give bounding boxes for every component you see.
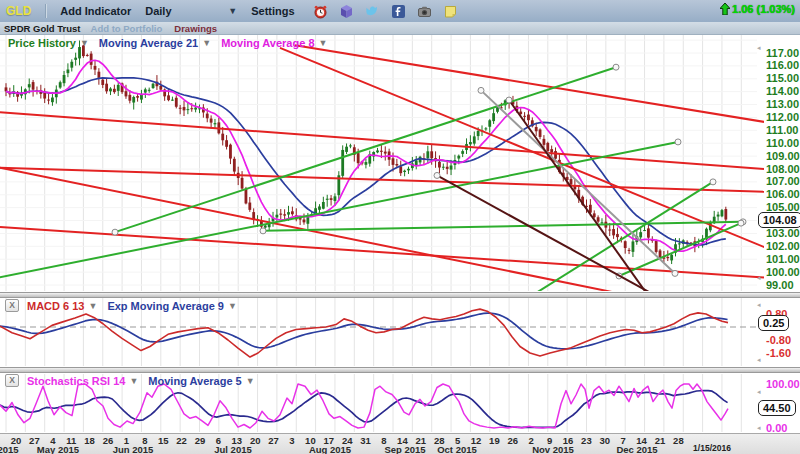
trendline-handle[interactable] — [675, 139, 681, 145]
toolbar: GLD Add Indicator Daily ▼ Settings — [0, 0, 800, 23]
trendline-handle[interactable] — [738, 220, 744, 226]
axis-tick: 99.00 — [766, 280, 794, 291]
axis-tick: 107.00 — [766, 176, 800, 187]
trendline-handle[interactable] — [672, 270, 678, 276]
drawings-button[interactable]: Drawings — [174, 23, 217, 34]
twitter-icon[interactable] — [365, 3, 381, 19]
axis-tick: 108.00 — [766, 164, 800, 175]
day-tick-label: 29 — [195, 435, 206, 446]
day-tick-label: 31 — [360, 435, 371, 446]
trendline-handle[interactable] — [613, 64, 619, 70]
facebook-icon[interactable] — [391, 3, 407, 19]
day-tick-label: 15 — [158, 435, 169, 446]
month-label: Aug 2015 — [309, 444, 351, 454]
symbol-subbar: SPDR Gold Trust Add to Portfolio Drawing… — [0, 22, 800, 35]
moving-average-5-dropdown[interactable]: Moving Average 5 ▼ — [148, 375, 254, 387]
cube-icon[interactable] — [339, 3, 355, 19]
alarm-clock-icon[interactable] — [313, 3, 329, 19]
axis-tick: -1.60 — [766, 348, 791, 359]
axis-scroll-arrow[interactable]: ◂ — [757, 388, 761, 395]
macd-value-badge: 0.25 — [758, 315, 789, 331]
ma5-label: Moving Average 5 — [148, 375, 241, 387]
ma8-label: Moving Average 8 — [221, 37, 314, 49]
moving-average-8-dropdown[interactable]: Moving Average 8 ▼ — [221, 37, 327, 49]
month-label: May 2015 — [37, 444, 79, 454]
axis-scroll-arrow[interactable]: ◂ — [757, 356, 761, 363]
month-label: Oct 2015 — [437, 444, 477, 454]
price-history-dropdown[interactable]: Price History ▼ — [8, 37, 89, 49]
stoch-rsi-label: Stochastics RSI 14 — [27, 375, 125, 387]
exp-moving-average-dropdown[interactable]: Exp Moving Average 9 ▼ — [107, 300, 236, 312]
axis-tick: 115.00 — [766, 73, 799, 84]
stochastics-rsi-dropdown[interactable]: Stochastics RSI 14 ▼ — [27, 375, 138, 387]
day-tick-label: 27 — [268, 435, 279, 446]
axis-tick: -0.80 — [766, 335, 791, 346]
axis-tick: 103.00 — [766, 228, 800, 239]
ema9-label: Exp Moving Average 9 — [107, 300, 224, 312]
axis-tick: 106.00 — [766, 189, 800, 200]
timeframe-value: Daily — [145, 5, 171, 17]
month-label: Jun 2015 — [113, 444, 154, 454]
stoch-value-badge: 44.50 — [758, 400, 796, 416]
close-stoch-panel-button[interactable]: X — [5, 374, 19, 387]
ma21-label: Moving Average 21 — [99, 37, 198, 49]
change-value: 1.06 (1.03%) — [732, 3, 795, 15]
macd-dropdown[interactable]: MACD 6 13 ▼ — [27, 300, 97, 312]
month-label: Dec 2015 — [616, 444, 657, 454]
chevron-down-icon: ▼ — [129, 376, 138, 386]
macd-label: MACD 6 13 — [27, 300, 84, 312]
up-arrow-icon — [720, 3, 730, 15]
axis-scroll-arrow[interactable]: ◂ — [757, 44, 761, 51]
divider — [45, 4, 46, 18]
day-tick-label: 18 — [84, 435, 95, 446]
timeframe-dropdown[interactable]: Daily ▼ — [139, 5, 243, 17]
panel-separator[interactable] — [0, 367, 800, 373]
price-panel-legend: Price History ▼ Moving Average 21 ▼ Movi… — [8, 37, 337, 49]
axis-scroll-arrow[interactable]: ◂ — [757, 274, 761, 281]
macd-panel-legend: X MACD 6 13 ▼ Exp Moving Average 9 ▼ — [5, 299, 247, 312]
axis-tick: 102.00 — [766, 241, 800, 252]
axis-tick: 114.00 — [766, 86, 799, 97]
trendline-handle[interactable] — [434, 172, 440, 178]
day-tick-label: 23 — [581, 435, 592, 446]
panel-separator[interactable] — [0, 292, 800, 298]
trendline-handle[interactable] — [112, 229, 118, 235]
day-tick-label: 3 — [289, 435, 294, 446]
charting-app: GLD Add Indicator Daily ▼ Settings — [0, 0, 800, 454]
note-icon[interactable] — [443, 3, 459, 19]
trendline-handle[interactable] — [710, 179, 716, 185]
symbol-label: GLD — [6, 4, 31, 18]
moving-average-21-dropdown[interactable]: Moving Average 21 ▼ — [99, 37, 211, 49]
chevron-down-icon: ▼ — [319, 38, 328, 48]
month-label: Sep 2015 — [384, 444, 425, 454]
chevron-down-icon: ▼ — [80, 38, 89, 48]
month-label: 2015 — [0, 444, 19, 454]
add-indicator-button[interactable]: Add Indicator — [52, 5, 139, 17]
axis-tick: 100.00 — [766, 379, 800, 390]
chevron-down-icon: ▼ — [88, 301, 97, 311]
axis-tick: 101.00 — [766, 254, 800, 265]
axis-tick: 113.00 — [766, 99, 799, 110]
trendline-handle[interactable] — [506, 97, 512, 103]
axis-scroll-arrow[interactable]: ◂ — [757, 424, 761, 431]
month-label: Jul 2015 — [214, 444, 252, 454]
add-to-portfolio-button[interactable]: Add to Portfolio — [91, 23, 163, 34]
last-price-badge: 104.08 — [758, 212, 800, 228]
axis-tick: 111.00 — [766, 125, 798, 136]
chevron-down-icon: ▼ — [202, 38, 211, 48]
trendline-handle[interactable] — [260, 228, 266, 234]
time-axis: 1/15/2016 202741118261815222961320273101… — [0, 433, 800, 454]
axis-tick: 112.00 — [766, 112, 799, 123]
settings-button[interactable]: Settings — [243, 5, 302, 17]
close-macd-panel-button[interactable]: X — [5, 299, 19, 312]
price-history-label: Price History — [8, 37, 76, 49]
chevron-down-icon: ▼ — [228, 6, 237, 16]
axis-tick: 109.00 — [766, 151, 800, 162]
trendline-handle[interactable] — [478, 87, 484, 93]
axis-tick: 100.00 — [766, 267, 800, 278]
axis-end-date: 1/15/2016 — [693, 443, 731, 453]
camera-icon[interactable] — [417, 3, 433, 19]
day-tick-label: 22 — [176, 435, 187, 446]
axis-scroll-arrow[interactable]: ◂ — [757, 301, 761, 308]
chevron-down-icon: ▼ — [246, 376, 255, 386]
